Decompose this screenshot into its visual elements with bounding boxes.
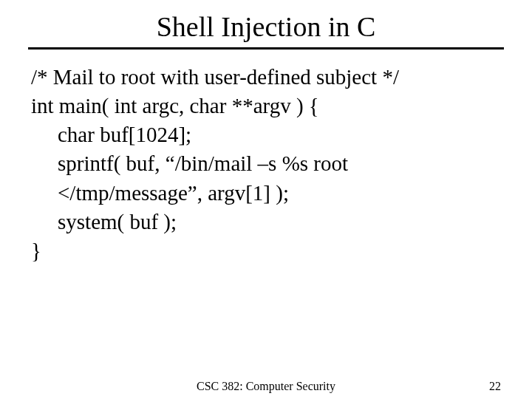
title-underline: [28, 47, 504, 50]
footer-course: CSC 382: Computer Security: [197, 380, 335, 393]
code-line-buf: char buf[1024];: [31, 120, 501, 149]
code-line-sprintf-2: </tmp/message”, argv[1] );: [31, 179, 501, 208]
code-line-system: system( buf );: [31, 208, 501, 236]
footer-page-number: 22: [489, 380, 501, 393]
slide-title: Shell Injection in C: [0, 0, 532, 47]
code-line-sprintf-1: sprintf( buf, “/bin/mail –s %s root: [31, 149, 501, 178]
code-line-close: }: [31, 236, 501, 265]
code-comment: /* Mail to root with user-defined subjec…: [31, 63, 501, 92]
code-line-main: int main( int argc, char **argv ) {: [31, 92, 501, 120]
code-block: /* Mail to root with user-defined subjec…: [0, 63, 532, 265]
